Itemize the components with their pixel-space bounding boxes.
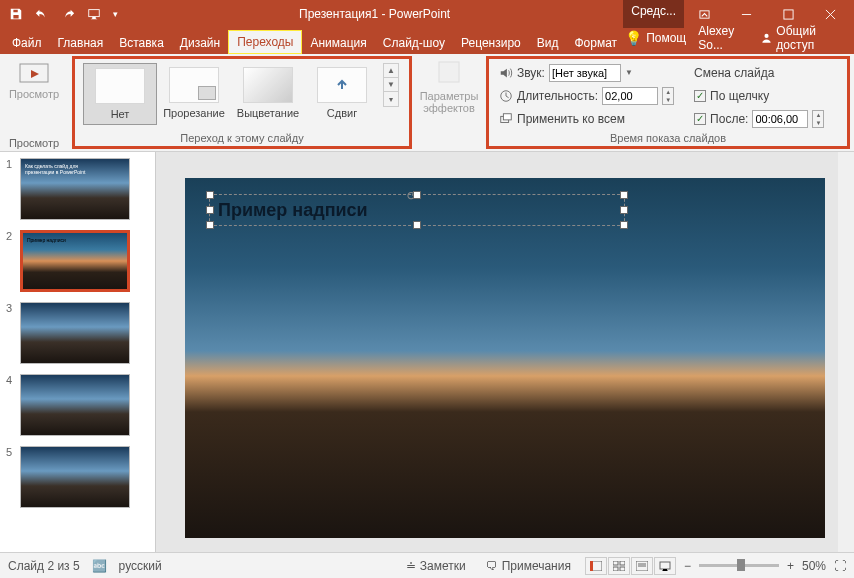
start-slideshow-button[interactable]	[82, 2, 106, 26]
sound-select[interactable]	[549, 64, 621, 82]
transition-cut-thumb	[169, 67, 219, 103]
transition-push-thumb	[317, 67, 367, 103]
after-input[interactable]	[752, 110, 808, 128]
transition-cut-label: Прорезание	[163, 107, 225, 119]
transition-push-label: Сдвиг	[327, 107, 357, 119]
slide-thumbnails-panel: 1Как сделать слайд дляпрезентации в Powe…	[0, 152, 156, 552]
gallery-more-button[interactable]: ▾	[384, 92, 398, 106]
duration-spinner[interactable]: ▲▼	[662, 87, 674, 105]
on-click-checkbox[interactable]: ✓	[694, 90, 706, 102]
zoom-in-button[interactable]: +	[787, 559, 794, 573]
transition-fade-thumb	[243, 67, 293, 103]
sound-label: Звук:	[517, 66, 545, 80]
zoom-out-button[interactable]: −	[684, 559, 691, 573]
transition-cut[interactable]: Прорезание	[157, 63, 231, 123]
slide-thumbnail-5[interactable]	[20, 446, 130, 508]
effect-options-label: Параметры эффектов	[416, 90, 482, 114]
quick-access-toolbar: ▾	[0, 2, 126, 26]
resize-handle[interactable]	[620, 221, 628, 229]
tab-format[interactable]: Формат	[566, 32, 625, 54]
tab-design[interactable]: Дизайн	[172, 32, 228, 54]
gallery-up-button[interactable]: ▲	[384, 64, 398, 78]
advance-slide-label: Смена слайда	[694, 66, 774, 80]
view-buttons	[585, 557, 676, 575]
help-icon[interactable]: 💡	[625, 30, 642, 46]
reading-view-button[interactable]	[631, 557, 653, 575]
comments-button[interactable]: 🗨 Примечания	[480, 557, 577, 575]
slide-sorter-button[interactable]	[608, 557, 630, 575]
text-box[interactable]: ⟳ Пример надписи	[209, 194, 625, 226]
tab-transitions[interactable]: Переходы	[228, 30, 302, 54]
resize-handle[interactable]	[206, 191, 214, 199]
language-label[interactable]: русский	[119, 559, 162, 573]
vertical-scrollbar[interactable]	[838, 152, 854, 552]
slide-thumbnail-3[interactable]	[20, 302, 130, 364]
svg-rect-8	[439, 62, 459, 82]
zoom-value[interactable]: 50%	[802, 559, 826, 573]
fit-to-window-button[interactable]: ⛶	[834, 559, 846, 573]
duration-input[interactable]	[602, 87, 658, 105]
resize-handle[interactable]	[413, 191, 421, 199]
tab-animation[interactable]: Анимация	[302, 32, 374, 54]
window-title: Презентация1 - PowerPoint	[126, 7, 623, 21]
resize-handle[interactable]	[413, 221, 421, 229]
text-box-content[interactable]: Пример надписи	[218, 200, 368, 221]
resize-handle[interactable]	[206, 206, 214, 214]
zoom-slider[interactable]	[699, 564, 779, 567]
group-transitions: Нет Прорезание Выцветание Сдвиг ▲ ▼ ▾ Пе…	[72, 56, 412, 149]
slide-thumbnail-2[interactable]: Пример надписи	[20, 230, 130, 292]
tab-insert[interactable]: Вставка	[111, 32, 172, 54]
apply-all-button[interactable]: Применить ко всем	[517, 112, 625, 126]
after-checkbox[interactable]: ✓	[694, 113, 706, 125]
undo-button[interactable]	[30, 2, 54, 26]
qat-more-button[interactable]: ▾	[108, 2, 122, 26]
gallery-down-button[interactable]: ▼	[384, 78, 398, 92]
svg-rect-17	[620, 567, 625, 571]
resize-handle[interactable]	[206, 221, 214, 229]
svg-rect-21	[660, 562, 670, 569]
redo-button[interactable]	[56, 2, 80, 26]
tab-home[interactable]: Главная	[50, 32, 112, 54]
slide-canvas[interactable]: ⟳ Пример надписи	[185, 178, 825, 538]
on-click-label: По щелчку	[710, 89, 769, 103]
sound-dropdown-icon[interactable]: ▼	[625, 68, 633, 77]
transition-none-thumb	[95, 68, 145, 104]
group-label-preview: Просмотр	[0, 137, 68, 149]
share-label: Общий доступ	[776, 24, 840, 52]
save-button[interactable]	[4, 2, 28, 26]
transition-push[interactable]: Сдвиг	[305, 63, 379, 123]
group-preview: Просмотр Просмотр	[0, 54, 68, 151]
workspace: 1Как сделать слайд дляпрезентации в Powe…	[0, 152, 854, 552]
user-label[interactable]: Alexey So...	[698, 24, 749, 52]
spellcheck-icon[interactable]: 🔤	[92, 559, 107, 573]
notes-button[interactable]: ≐ Заметки	[400, 557, 472, 575]
sound-icon	[499, 66, 513, 80]
slide-canvas-area[interactable]: ⟳ Пример надписи	[156, 152, 854, 552]
group-label-transitions: Переход к этому слайду	[75, 132, 409, 144]
tab-slideshow[interactable]: Слайд-шоу	[375, 32, 453, 54]
tell-me-label[interactable]: Помощ	[646, 31, 686, 45]
transition-gallery-nav: ▲ ▼ ▾	[383, 63, 399, 107]
thumb-num: 1	[6, 158, 16, 220]
tab-view[interactable]: Вид	[529, 32, 567, 54]
transition-fade[interactable]: Выцветание	[231, 63, 305, 123]
svg-rect-3	[783, 9, 792, 18]
preview-label: Просмотр	[9, 88, 59, 100]
after-spinner[interactable]: ▲▼	[812, 110, 824, 128]
resize-handle[interactable]	[620, 206, 628, 214]
transition-none[interactable]: Нет	[83, 63, 157, 125]
svg-rect-15	[620, 561, 625, 565]
tab-file[interactable]: Файл	[4, 32, 50, 54]
ribbon: Просмотр Просмотр Нет Прорезание Выцвета…	[0, 54, 854, 152]
resize-handle[interactable]	[620, 191, 628, 199]
slide-thumbnail-1[interactable]: Как сделать слайд дляпрезентации в Power…	[20, 158, 130, 220]
svg-rect-13	[590, 561, 593, 571]
preview-button[interactable]: Просмотр	[4, 58, 64, 100]
normal-view-button[interactable]	[585, 557, 607, 575]
share-button[interactable]: Общий доступ	[753, 22, 848, 54]
slide-thumbnail-4[interactable]	[20, 374, 130, 436]
svg-rect-0	[89, 10, 100, 17]
svg-rect-14	[613, 561, 618, 565]
tab-review[interactable]: Рецензиро	[453, 32, 529, 54]
slideshow-view-button[interactable]	[654, 557, 676, 575]
